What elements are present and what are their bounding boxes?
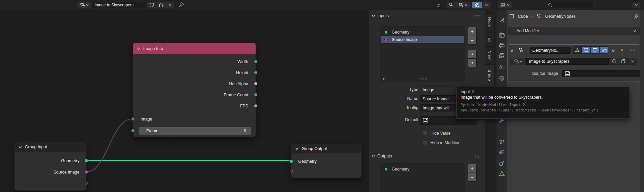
node-image-info-header[interactable]: ∨ Image Info (133, 43, 256, 54)
modifier-copy-button[interactable] (619, 58, 628, 65)
pin-id-button[interactable] (633, 13, 639, 19)
scene-icon (499, 64, 505, 70)
list-resize-grip[interactable] (420, 78, 427, 81)
tab-view-layer[interactable] (499, 53, 505, 59)
parent-tree-arrow-icon (436, 2, 441, 8)
add-input-button[interactable]: + (468, 27, 477, 36)
add-modifier-dropdown[interactable]: Add Modifier ∨ (508, 27, 640, 35)
remove-output-button[interactable]: − (468, 173, 477, 182)
socket-image-input[interactable] (131, 117, 135, 121)
tab-tool[interactable]: Tool (485, 33, 495, 47)
modifier-tree-name-field[interactable]: Image to Skyscrapers (526, 58, 609, 65)
node-image-info[interactable]: ∨ Image Info Width Height Has Alpha Fram… (133, 43, 256, 137)
socket-virtual-output[interactable] (85, 182, 88, 185)
toggle-show-in-render[interactable] (600, 46, 609, 54)
tab-constraints[interactable] (499, 160, 505, 166)
node-tree-browse-button[interactable]: ∨ (510, 58, 526, 65)
fake-user-button[interactable] (147, 1, 157, 9)
modifier-extras-chevron-icon[interactable]: ∨ (611, 48, 615, 53)
tab-render[interactable] (499, 32, 505, 38)
modifier-name-field[interactable]: GeometryNo... (530, 47, 571, 54)
inputs-list: Geometry Source Image ▶ (380, 26, 465, 82)
output-label: Geometry (61, 157, 79, 164)
add-modifier-label: Add Modifier (517, 29, 539, 33)
socket-has-alpha-output[interactable] (254, 82, 258, 86)
breadcrumb-datablock[interactable]: GeometryNodes (545, 14, 576, 19)
tab-view[interactable]: View (485, 48, 495, 63)
frame-number-field[interactable]: Frame 0 (139, 127, 251, 135)
toggle-show-in-edit-mode[interactable] (582, 46, 591, 54)
socket-virtual-input[interactable] (290, 170, 293, 173)
node-group-output[interactable]: ∨ Group Output Geometry (291, 144, 362, 178)
new-datablock-button[interactable] (157, 1, 166, 9)
tab-output[interactable] (499, 43, 505, 49)
socket-width-output[interactable] (254, 60, 258, 63)
modifier-name: GeometryNo... (532, 48, 559, 53)
toggle-show-on-cage[interactable] (573, 46, 582, 54)
snap-toggle-button[interactable] (446, 1, 455, 9)
tab-group[interactable]: Group (485, 64, 495, 86)
node-group-output-header[interactable]: ∨ Group Output (291, 144, 361, 153)
list-item-source-image[interactable]: Source Image (381, 36, 464, 43)
node-group-input[interactable]: ∨ Group Input Geometry Source Image (14, 142, 87, 191)
properties-scroll-gutter[interactable] (640, 10, 644, 192)
delete-modifier-icon[interactable]: × (620, 47, 623, 53)
socket-geometry-input[interactable] (289, 159, 293, 163)
collapse-chevron-icon[interactable]: ∨ (294, 146, 299, 151)
outputs-panel-header[interactable]: ∨ Outputs (372, 154, 392, 158)
breadcrumb-object[interactable]: Cube (518, 14, 528, 19)
inputs-panel-header[interactable]: ∨ Inputs (372, 13, 389, 18)
hide-value-label: Hide Value (430, 131, 450, 136)
go-to-parent-button[interactable] (434, 1, 443, 9)
snap-mode-button[interactable]: ∨ (455, 1, 471, 9)
move-input-up-button[interactable]: ▲ (468, 50, 477, 58)
panel-drag-grip[interactable] (475, 155, 481, 158)
modifier-collapse-chevron-icon[interactable]: ∨ (509, 48, 514, 53)
property-search-input[interactable] (545, 2, 595, 8)
editor-type-selector[interactable]: ∨ (497, 1, 512, 9)
type-value: Image (423, 88, 434, 92)
tab-physics[interactable] (499, 149, 505, 155)
tab-node[interactable]: Node (485, 13, 495, 31)
socket-height-output[interactable] (254, 71, 258, 75)
modifier-drag-grip[interactable] (630, 48, 636, 51)
list-item-geometry[interactable]: Geometry (381, 29, 464, 36)
add-output-button[interactable]: + (468, 164, 477, 173)
pin-button[interactable] (178, 2, 184, 8)
node-tree-selector-button[interactable]: ∨ (77, 1, 92, 9)
frame-field-value: 0 (244, 129, 246, 133)
type-label: Type (388, 86, 418, 93)
list-item-geometry-output[interactable]: Geometry (381, 165, 464, 173)
list-filter-expand-arrow[interactable]: ▶ (383, 77, 385, 80)
socket-geometry-output[interactable] (85, 159, 88, 162)
geometry-nodes-breadcrumb-icon[interactable] (536, 14, 542, 19)
panel-drag-grip[interactable] (475, 15, 481, 18)
tab-object-data[interactable] (499, 171, 505, 177)
socket-frame-input[interactable] (131, 129, 135, 133)
toggle-show-in-viewport[interactable] (591, 46, 600, 54)
node-tree-name-field[interactable]: Image to Skyscrapers (92, 1, 147, 9)
object-breadcrumb-icon[interactable] (509, 13, 515, 19)
modifier-fake-user-button[interactable] (609, 58, 619, 65)
source-image-field[interactable] (562, 70, 640, 77)
output-label: Frame Count (224, 92, 248, 98)
tab-world[interactable] (499, 75, 505, 81)
tab-particles[interactable] (499, 139, 505, 145)
socket-source-image-output[interactable] (85, 170, 88, 174)
modifier-unlink-button[interactable]: × (628, 58, 637, 65)
socket-fps-output[interactable] (254, 104, 258, 108)
collapse-chevron-icon[interactable]: ∨ (136, 46, 141, 51)
tab-tool-settings[interactable] (499, 17, 505, 23)
unlink-datablock-button[interactable]: × (166, 1, 174, 9)
tab-scene[interactable] (499, 64, 505, 70)
node-group-input-header[interactable]: ∨ Group Input (15, 142, 86, 152)
socket-frame-count-output[interactable] (254, 93, 258, 97)
move-input-down-button[interactable]: ▼ (468, 58, 477, 67)
overlays-toggle-button[interactable] (472, 1, 482, 9)
collapse-chevron-icon[interactable]: ∨ (18, 145, 22, 149)
hide-value-checkbox[interactable] (422, 131, 427, 136)
remove-input-button[interactable]: − (468, 36, 477, 45)
overlays-dropdown-button[interactable]: ∨ (482, 1, 491, 9)
properties-options-button[interactable]: ∨ (632, 2, 641, 8)
hide-in-modifier-checkbox[interactable] (422, 140, 427, 145)
